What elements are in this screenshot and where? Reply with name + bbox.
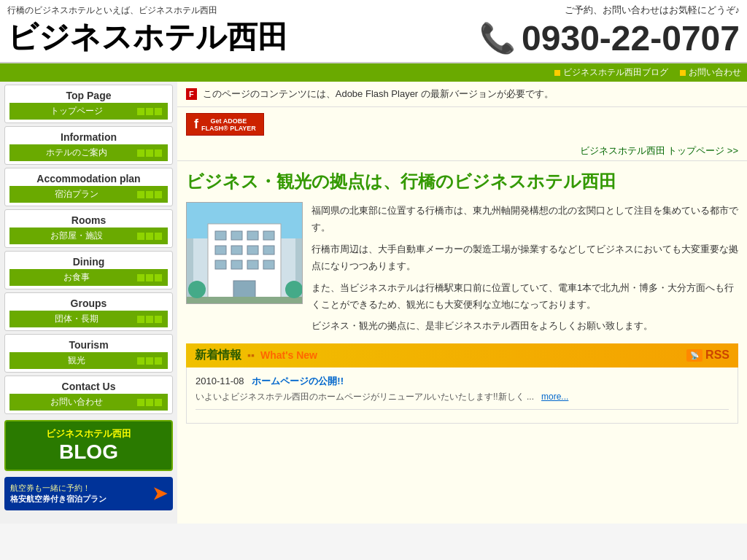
nav-item-en-3: Rooms bbox=[5, 210, 172, 228]
phone-icon: 📞 bbox=[479, 21, 516, 55]
nav-arrow-3-6 bbox=[155, 357, 162, 365]
svg-rect-5 bbox=[231, 231, 242, 240]
news-divider bbox=[196, 409, 729, 410]
nav-item-ja-7: お問い合わせ bbox=[9, 394, 168, 411]
sidebar-nav-item-0[interactable]: Top Page トップページ bbox=[4, 85, 173, 123]
hotel-svg bbox=[186, 202, 303, 304]
svg-rect-11 bbox=[263, 246, 274, 254]
topnav-contact[interactable]: お問い合わせ bbox=[680, 66, 741, 79]
promo-line2: 格安航空券付き宿泊プラン bbox=[10, 494, 107, 505]
flash-get-button[interactable]: f Get ADOBE FLASH® PLAYER bbox=[186, 113, 264, 136]
svg-rect-4 bbox=[215, 231, 226, 240]
main-content: ビジネス・観光の拠点は、行橋のビジネスホテル西田 bbox=[177, 161, 747, 432]
breadcrumb-text: ビジネスホテル西田 トップページ >> bbox=[580, 145, 738, 156]
rss-area[interactable]: 📡 RSS bbox=[686, 349, 729, 362]
flash-notice-text: このページのコンテンツには、Adobe Flash Player の最新バージョ… bbox=[203, 88, 554, 101]
phone-subtitle: ご予約、お問い合わせはお気軽にどうぞ♪ bbox=[565, 4, 740, 17]
nav-arrow-3-1 bbox=[155, 149, 162, 157]
nav-arrows-1 bbox=[137, 149, 162, 157]
promo-line1: 航空券も一緒に予約！ bbox=[10, 483, 107, 494]
svg-rect-8 bbox=[215, 246, 226, 254]
topnav-blog-label: ビジネスホテル西田ブログ bbox=[563, 66, 668, 79]
flash-f-icon: f bbox=[194, 117, 198, 132]
news-body-text: いよいよビジネスホテル西田のホームページがリニューアルいたいたします!!新しく … bbox=[196, 392, 534, 402]
sidebar-nav-item-1[interactable]: Information ホテルのご案内 bbox=[4, 126, 173, 165]
nav-arrow-2-3 bbox=[146, 233, 153, 240]
sidebar-nav-item-2[interactable]: Accommodation plan 宿泊プラン bbox=[4, 168, 173, 206]
flash-icon: F bbox=[186, 88, 197, 100]
header-left: 行橋のビジネスホテルといえば、ビジネスホテル西田 ビジネスホテル西田 bbox=[7, 4, 288, 58]
nav-arrow-1-1 bbox=[137, 149, 144, 157]
nav-arrow-3-5 bbox=[155, 316, 162, 323]
nav-item-en-0: Top Page bbox=[5, 85, 172, 103]
topnav-blog[interactable]: ビジネスホテル西田ブログ bbox=[554, 66, 668, 79]
paragraph4: ビジネス・観光の拠点に、是非ビジネスホテル西田をよろしくお願い致します。 bbox=[311, 317, 738, 334]
sidebar-nav-item-3[interactable]: Rooms お部屋・施設 bbox=[4, 209, 173, 248]
nav-item-ja-3: お部屋・施設 bbox=[9, 228, 168, 244]
hotel-photo bbox=[186, 202, 303, 304]
nav-arrows-5 bbox=[137, 316, 162, 323]
nav-arrow-2-1 bbox=[146, 149, 153, 157]
sidebar-nav-item-7[interactable]: Contact Us お問い合わせ bbox=[4, 376, 173, 414]
nav-arrow-2-7 bbox=[146, 399, 153, 406]
nav-item-en-2: Accommodation plan bbox=[5, 168, 172, 186]
nav-arrows-4 bbox=[137, 274, 162, 281]
blog-banner-big: BLOG bbox=[12, 440, 166, 464]
nav-item-ja-text-3: お部屋・施設 bbox=[15, 230, 137, 242]
content-body: 福岡県の北東部に位置する行橋市は、東九州軸開発構想の北の玄関口として注目を集めて… bbox=[186, 202, 738, 335]
news-header: 新着情報 ▪▪ What's New 📡 RSS bbox=[186, 343, 738, 368]
main-title: ビジネス・観光の拠点は、行橋のビジネスホテル西田 bbox=[186, 170, 738, 193]
sidebar-nav-item-6[interactable]: Tourism 観光 bbox=[4, 334, 173, 373]
svg-rect-12 bbox=[215, 260, 226, 269]
svg-rect-6 bbox=[247, 231, 258, 240]
nav-arrow-1-2 bbox=[137, 191, 144, 198]
topnav-dot-1 bbox=[554, 70, 560, 76]
topnav-dot-2 bbox=[680, 70, 686, 76]
nav-arrow-2-6 bbox=[146, 357, 153, 365]
svg-rect-9 bbox=[231, 246, 242, 254]
news-item: 2010-11-08 ホームページの公開!! いよいよビジネスホテル西田のホーム… bbox=[196, 375, 729, 403]
phone-area: 📞 0930-22-0707 bbox=[479, 18, 740, 58]
flash-notice: F このページのコンテンツには、Adobe Flash Player の最新バー… bbox=[177, 82, 747, 107]
paragraph3: また、当ビジネスホテルは行橋駅東口前に位置していて、電車1本で北九州・博多・大分… bbox=[311, 279, 738, 314]
nav-item-ja-5: 団体・長期 bbox=[9, 311, 168, 327]
flash-line2: FLASH® PLAYER bbox=[201, 125, 256, 132]
blog-banner[interactable]: ビジネスホテル西田 BLOG bbox=[4, 420, 173, 471]
header-right: ご予約、お問い合わせはお気軽にどうぞ♪ 📞 0930-22-0707 bbox=[479, 4, 740, 58]
main-text: 福岡県の北東部に位置する行橋市は、東九州軸開発構想の北の玄関口として注目を集めて… bbox=[311, 202, 738, 335]
nav-arrow-3-0 bbox=[155, 108, 162, 115]
nav-arrows-7 bbox=[137, 399, 162, 406]
topnav-contact-label: お問い合わせ bbox=[689, 66, 741, 79]
main-layout: Top Page トップページ Information ホテルのご案内 bbox=[0, 82, 747, 524]
nav-arrow-3-4 bbox=[155, 274, 162, 281]
nav-arrow-1-7 bbox=[137, 399, 144, 406]
nav-item-ja-text-7: お問い合わせ bbox=[15, 396, 137, 408]
nav-items-container: Top Page トップページ Information ホテルのご案内 bbox=[0, 85, 177, 414]
news-link[interactable]: ホームページの公開!! bbox=[252, 376, 344, 386]
news-subtitle: What's New bbox=[260, 349, 317, 361]
hotel-photo-placeholder bbox=[186, 202, 303, 304]
svg-rect-7 bbox=[263, 231, 274, 240]
nav-item-ja-text-2: 宿泊プラン bbox=[15, 188, 137, 201]
nav-item-en-1: Information bbox=[5, 127, 172, 144]
header: 行橋のビジネスホテルといえば、ビジネスホテル西田 ビジネスホテル西田 ご予約、お… bbox=[0, 0, 747, 63]
promo-text: 航空券も一緒に予約！ 格安航空券付き宿泊プラン bbox=[10, 483, 107, 505]
news-more-link[interactable]: more... bbox=[541, 392, 568, 402]
sidebar: Top Page トップページ Information ホテルのご案内 bbox=[0, 82, 177, 524]
nav-arrow-2-2 bbox=[146, 191, 153, 198]
sidebar-nav-item-5[interactable]: Groups 団体・長期 bbox=[4, 292, 173, 331]
news-body: いよいよビジネスホテル西田のホームページがリニューアルいたいたします!!新しく … bbox=[196, 391, 729, 403]
nav-arrow-1-0 bbox=[137, 108, 144, 115]
news-squares-icon: ▪▪ bbox=[247, 349, 255, 361]
rss-text: RSS bbox=[705, 349, 729, 362]
svg-rect-14 bbox=[247, 260, 258, 269]
rss-icon: 📡 bbox=[686, 349, 703, 362]
nav-item-en-7: Contact Us bbox=[5, 376, 172, 394]
nav-item-ja-2: 宿泊プラン bbox=[9, 186, 168, 203]
flash-banner: f Get ADOBE FLASH® PLAYER bbox=[186, 113, 738, 136]
sidebar-nav-item-4[interactable]: Dining お食事 bbox=[4, 251, 173, 289]
nav-item-ja-6: 観光 bbox=[9, 352, 168, 369]
promo-banner[interactable]: 航空券も一緒に予約！ 格安航空券付き宿泊プラン ➤ bbox=[4, 477, 173, 510]
nav-item-ja-text-1: ホテルのご案内 bbox=[15, 147, 137, 159]
phone-number: 0930-22-0707 bbox=[522, 18, 740, 58]
